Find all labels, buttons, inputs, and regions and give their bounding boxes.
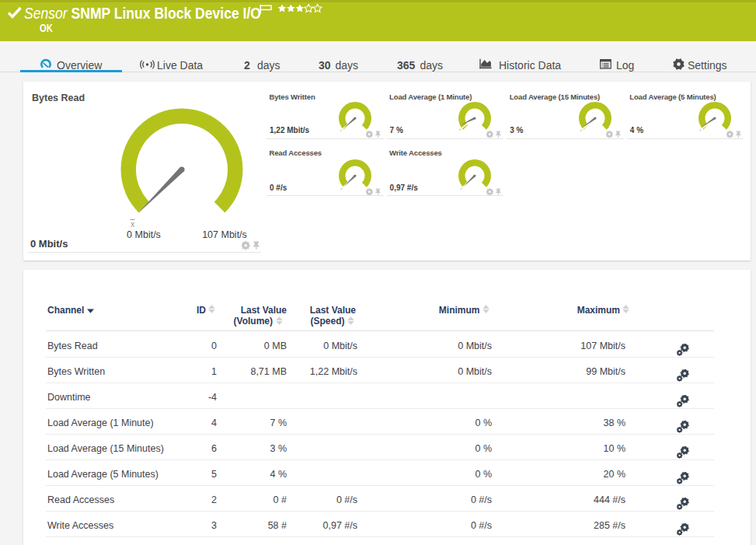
svg-text:x: x — [131, 219, 135, 229]
